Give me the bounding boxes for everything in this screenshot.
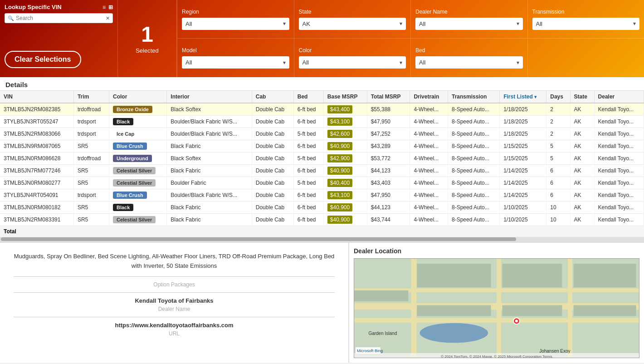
svg-text:Garden Island: Garden Island xyxy=(368,331,397,336)
cell-base-msrp: $42,600 xyxy=(323,128,367,140)
filter-state-select[interactable]: AK xyxy=(299,18,406,30)
table-row[interactable]: 3TMLB5JN0RM080182 SR5 Black Black Fabric… xyxy=(0,202,644,214)
table-row[interactable]: 3TYLB5JN4RT054091 trdsport Blue Crush Bo… xyxy=(0,189,644,202)
table-scrollbar[interactable] xyxy=(0,237,644,241)
color-badge: Celestial Silver xyxy=(113,216,156,223)
cell-first-listed: 1/18/2025 xyxy=(500,116,546,128)
filter-icon[interactable]: ≡ xyxy=(102,4,106,10)
col-days[interactable]: Days xyxy=(546,91,570,103)
cell-bed: 6-ft bed xyxy=(293,140,323,152)
search-clear-icon[interactable]: ✕ xyxy=(106,15,110,21)
filter-model-wrapper[interactable]: All xyxy=(182,56,289,69)
col-state[interactable]: State xyxy=(570,91,594,103)
filter-region-wrapper[interactable]: All xyxy=(182,18,289,30)
cell-first-listed: 1/14/2025 xyxy=(500,189,546,202)
filter-region: Region All xyxy=(177,0,294,39)
table-row[interactable]: 3TYLB5JN3RT055247 trdsport Black Boulder… xyxy=(0,116,644,128)
cell-trim: trdsport xyxy=(73,116,109,128)
cell-vin: 3TYLB5JN4RT054091 xyxy=(0,189,73,202)
vin-title-icons: ≡ ⊞ xyxy=(102,4,113,10)
filter-dealer-label: Dealer Name xyxy=(415,9,523,15)
filter-bed: Bed All xyxy=(410,39,527,77)
table-row[interactable]: 3TMLB5JN9RM087065 SR5 Blue Crush Black F… xyxy=(0,140,644,152)
filter-dealer-select[interactable]: All xyxy=(415,18,523,30)
main-table: VIN Trim Color Interior Cab Bed Base MSR… xyxy=(0,91,644,237)
cell-first-listed: 1/10/2025 xyxy=(500,202,546,214)
cell-transmission: 8-Speed Auto... xyxy=(448,128,500,140)
cell-bed: 6-ft bed xyxy=(293,103,323,116)
filter-dealer-wrapper[interactable]: All xyxy=(415,18,523,30)
filter-color-select[interactable]: All xyxy=(299,56,406,69)
table-footer-row: Total xyxy=(0,226,644,237)
color-badge: Bronze Oxide xyxy=(113,106,152,113)
cell-transmission: 8-Speed Auto... xyxy=(448,140,500,152)
filter-region-select[interactable]: All xyxy=(182,18,289,30)
col-dealer[interactable]: Dealer xyxy=(594,91,644,103)
vin-search-row[interactable]: 🔍 ✕ xyxy=(5,13,113,23)
cell-color: Celestial Silver xyxy=(109,214,166,226)
col-cab[interactable]: Cab xyxy=(252,91,293,103)
filter-color-wrapper[interactable]: All xyxy=(299,56,406,69)
svg-rect-9 xyxy=(503,264,562,287)
filter-model-select[interactable]: All xyxy=(182,56,289,69)
table-row[interactable]: 3TMLB5JN2RM083066 trdsport Ice Cap Bould… xyxy=(0,128,644,140)
color-badge: Ice Cap xyxy=(113,130,138,138)
clear-selections-button[interactable]: Clear Selections xyxy=(5,51,81,68)
scrollbar-thumb[interactable] xyxy=(1,237,516,241)
cell-base-msrp: $40,900 xyxy=(323,140,367,152)
cell-state: AK xyxy=(570,140,594,152)
cell-total-msrp: $44,123 xyxy=(367,202,410,214)
col-first-listed[interactable]: First Listed ▾ xyxy=(500,91,546,103)
col-interior[interactable]: Interior xyxy=(167,91,252,103)
cell-trim: SR5 xyxy=(73,214,109,226)
cell-color: Black xyxy=(109,202,166,214)
cell-state: AK xyxy=(570,189,594,202)
counter-panel: 1 Selected xyxy=(118,0,177,77)
filter-transmission-select[interactable]: All xyxy=(532,18,640,30)
dealer-url-value[interactable]: https://www.kendalltoyotaoffairbanks.com xyxy=(14,322,335,329)
table-row[interactable]: 3TMLB5JN0RM080277 SR5 Celestial Silver B… xyxy=(0,177,644,189)
selected-count: 1 xyxy=(141,24,153,45)
cell-interior: Black Fabric xyxy=(167,214,252,226)
cell-trim: SR5 xyxy=(73,202,109,214)
table-header-row: VIN Trim Color Interior Cab Bed Base MSR… xyxy=(0,91,644,103)
table-row[interactable]: 3TMLB5JN2RM083391 SR5 Celestial Silver B… xyxy=(0,214,644,226)
cell-days: 6 xyxy=(546,189,570,202)
table-row[interactable]: 3TMLB5JN7RM077246 SR5 Celestial Silver B… xyxy=(0,165,644,177)
filter-bed-wrapper[interactable]: All xyxy=(415,56,523,69)
col-vin[interactable]: VIN xyxy=(0,91,73,103)
col-transmission[interactable]: Transmission xyxy=(448,91,500,103)
cell-cab: Double Cab xyxy=(252,202,293,214)
cell-vin: 3TYLB5JN3RT055247 xyxy=(0,116,73,128)
expand-icon[interactable]: ⊞ xyxy=(108,4,113,10)
table-row[interactable]: 3TMLB5JN0RM086628 trdoffroad Underground… xyxy=(0,152,644,165)
divider-3 xyxy=(14,317,335,317)
cell-dealer: Kendall Toyo... xyxy=(594,103,644,116)
vin-lookup-title-row: Lookup Specific VIN ≡ ⊞ xyxy=(5,4,113,10)
search-input[interactable] xyxy=(16,15,104,21)
cell-color: Blue Crush xyxy=(109,140,166,152)
cell-color: Blue Crush xyxy=(109,189,166,202)
cell-dealer: Kendall Toyo... xyxy=(594,128,644,140)
filter-transmission-wrapper[interactable]: All xyxy=(532,18,640,30)
col-drivetrain[interactable]: Drivetrain xyxy=(410,91,448,103)
cell-base-msrp: $42,900 xyxy=(323,152,367,165)
col-trim[interactable]: Trim xyxy=(73,91,109,103)
vin-lookup-panel: Lookup Specific VIN ≡ ⊞ 🔍 ✕ Clear Select… xyxy=(0,0,118,77)
map-container[interactable]: Garden Island Johansen Exoy Microsoft Bi… xyxy=(354,258,639,358)
cell-days: 6 xyxy=(546,165,570,177)
divider-2 xyxy=(14,292,335,293)
col-total-msrp[interactable]: Total MSRP xyxy=(367,91,410,103)
filters-grid: Region All State AK Dealer Name All xyxy=(177,0,644,77)
col-base-msrp[interactable]: Base MSRP xyxy=(323,91,367,103)
filter-state-wrapper[interactable]: AK xyxy=(299,18,406,30)
cell-days: 2 xyxy=(546,116,570,128)
col-color[interactable]: Color xyxy=(109,91,166,103)
options-text: Mudguards, Spray On Bedliner, Bed Scene … xyxy=(14,252,335,271)
cell-cab: Double Cab xyxy=(252,189,293,202)
col-bed[interactable]: Bed xyxy=(293,91,323,103)
cell-first-listed: 1/18/2025 xyxy=(500,103,546,116)
table-row[interactable]: 3TMLB5JN2RM082385 trdoffroad Bronze Oxid… xyxy=(0,103,644,116)
cell-total-msrp: $44,123 xyxy=(367,165,410,177)
filter-bed-select[interactable]: All xyxy=(415,56,523,69)
